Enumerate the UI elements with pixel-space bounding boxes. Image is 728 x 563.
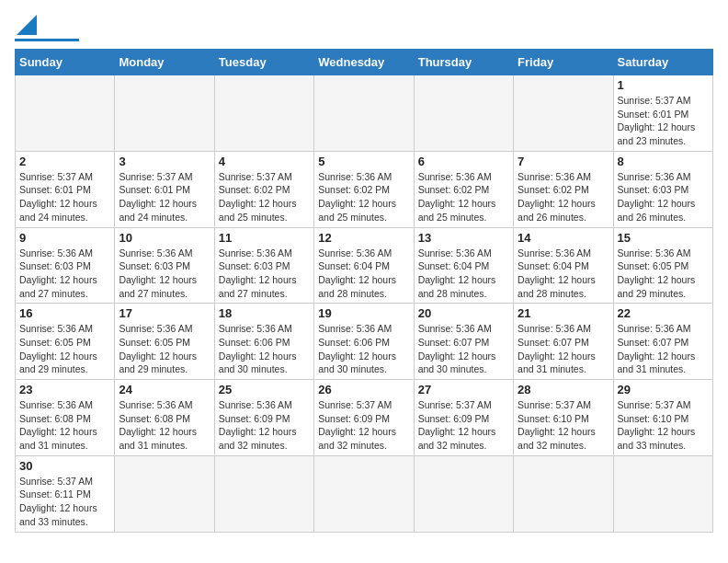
calendar-day-cell: 20Sunrise: 5:36 AM Sunset: 6:07 PM Dayli… xyxy=(414,304,513,380)
calendar-day-cell: 28Sunrise: 5:37 AM Sunset: 6:10 PM Dayli… xyxy=(514,380,613,456)
calendar-day-cell: 21Sunrise: 5:36 AM Sunset: 6:07 PM Dayli… xyxy=(514,304,613,380)
day-number: 25 xyxy=(219,383,310,396)
day-number: 18 xyxy=(219,306,310,320)
day-number: 29 xyxy=(618,383,709,396)
day-info: Sunrise: 5:36 AM Sunset: 6:04 PM Dayligh… xyxy=(418,247,509,301)
calendar-day-cell: 16Sunrise: 5:36 AM Sunset: 6:05 PM Dayli… xyxy=(16,304,115,380)
calendar-day-cell: 12Sunrise: 5:36 AM Sunset: 6:04 PM Dayli… xyxy=(314,227,414,304)
day-info: Sunrise: 5:36 AM Sunset: 6:05 PM Dayligh… xyxy=(618,247,709,301)
calendar-day-cell: 25Sunrise: 5:36 AM Sunset: 6:09 PM Dayli… xyxy=(214,380,313,456)
day-info: Sunrise: 5:37 AM Sunset: 6:11 PM Dayligh… xyxy=(19,475,110,529)
day-info: Sunrise: 5:36 AM Sunset: 6:03 PM Dayligh… xyxy=(119,247,210,301)
day-info: Sunrise: 5:36 AM Sunset: 6:02 PM Dayligh… xyxy=(418,170,509,224)
calendar-day-cell: 1Sunrise: 5:37 AM Sunset: 6:01 PM Daylig… xyxy=(613,75,712,152)
day-of-week-header: Sunday xyxy=(16,50,115,75)
day-number: 21 xyxy=(518,306,609,320)
day-info: Sunrise: 5:37 AM Sunset: 6:01 PM Dayligh… xyxy=(618,94,709,148)
day-number: 3 xyxy=(119,155,210,168)
day-info: Sunrise: 5:36 AM Sunset: 6:02 PM Dayligh… xyxy=(318,170,409,224)
day-number: 19 xyxy=(318,306,409,320)
calendar-day-cell: 8Sunrise: 5:36 AM Sunset: 6:03 PM Daylig… xyxy=(613,151,712,227)
day-info: Sunrise: 5:36 AM Sunset: 6:05 PM Dayligh… xyxy=(19,322,110,376)
calendar-day-cell: 3Sunrise: 5:37 AM Sunset: 6:01 PM Daylig… xyxy=(115,151,214,227)
day-number: 30 xyxy=(19,459,110,473)
calendar-day-cell xyxy=(214,75,313,152)
day-number: 23 xyxy=(19,383,110,396)
day-info: Sunrise: 5:36 AM Sunset: 6:07 PM Dayligh… xyxy=(418,322,509,376)
calendar-day-cell: 5Sunrise: 5:36 AM Sunset: 6:02 PM Daylig… xyxy=(314,151,414,227)
day-number: 5 xyxy=(318,155,409,168)
calendar-day-cell xyxy=(214,455,313,532)
day-info: Sunrise: 5:36 AM Sunset: 6:04 PM Dayligh… xyxy=(318,247,409,301)
day-number: 2 xyxy=(19,155,110,168)
calendar-table: SundayMondayTuesdayWednesdayThursdayFrid… xyxy=(15,49,713,533)
day-number: 28 xyxy=(518,383,609,396)
calendar-header-row: SundayMondayTuesdayWednesdayThursdayFrid… xyxy=(16,50,713,75)
calendar-day-cell xyxy=(514,75,613,152)
day-of-week-header: Friday xyxy=(514,50,613,75)
calendar-day-cell: 9Sunrise: 5:36 AM Sunset: 6:03 PM Daylig… xyxy=(16,227,115,304)
day-info: Sunrise: 5:36 AM Sunset: 6:06 PM Dayligh… xyxy=(318,322,409,376)
day-number: 24 xyxy=(119,383,210,396)
day-info: Sunrise: 5:36 AM Sunset: 6:03 PM Dayligh… xyxy=(19,247,110,301)
day-of-week-header: Monday xyxy=(115,50,214,75)
day-number: 16 xyxy=(19,306,110,320)
calendar-day-cell: 15Sunrise: 5:36 AM Sunset: 6:05 PM Dayli… xyxy=(613,227,712,304)
day-info: Sunrise: 5:37 AM Sunset: 6:02 PM Dayligh… xyxy=(219,170,310,224)
calendar-day-cell: 22Sunrise: 5:36 AM Sunset: 6:07 PM Dayli… xyxy=(613,304,712,380)
calendar-day-cell: 10Sunrise: 5:36 AM Sunset: 6:03 PM Dayli… xyxy=(115,227,214,304)
calendar-day-cell xyxy=(314,455,414,532)
calendar-day-cell: 11Sunrise: 5:36 AM Sunset: 6:03 PM Dayli… xyxy=(214,227,313,304)
day-number: 27 xyxy=(418,383,509,396)
day-number: 8 xyxy=(618,155,709,168)
day-number: 20 xyxy=(418,306,509,320)
day-info: Sunrise: 5:36 AM Sunset: 6:07 PM Dayligh… xyxy=(618,322,709,376)
day-number: 15 xyxy=(618,231,709,245)
calendar-day-cell xyxy=(16,75,115,152)
calendar-day-cell: 6Sunrise: 5:36 AM Sunset: 6:02 PM Daylig… xyxy=(414,151,513,227)
logo-triangle-icon xyxy=(17,15,37,35)
day-number: 7 xyxy=(518,155,609,168)
calendar-day-cell: 4Sunrise: 5:37 AM Sunset: 6:02 PM Daylig… xyxy=(214,151,313,227)
calendar-day-cell: 23Sunrise: 5:36 AM Sunset: 6:08 PM Dayli… xyxy=(16,380,115,456)
day-number: 17 xyxy=(119,306,210,320)
calendar-week-row: 30Sunrise: 5:37 AM Sunset: 6:11 PM Dayli… xyxy=(16,455,713,532)
day-of-week-header: Tuesday xyxy=(214,50,313,75)
day-of-week-header: Thursday xyxy=(414,50,513,75)
calendar-day-cell: 27Sunrise: 5:37 AM Sunset: 6:09 PM Dayli… xyxy=(414,380,513,456)
day-number: 13 xyxy=(418,231,509,245)
calendar-day-cell xyxy=(514,455,613,532)
day-number: 26 xyxy=(318,383,409,396)
day-of-week-header: Wednesday xyxy=(314,50,414,75)
calendar-day-cell: 29Sunrise: 5:37 AM Sunset: 6:10 PM Dayli… xyxy=(613,380,712,456)
day-info: Sunrise: 5:37 AM Sunset: 6:09 PM Dayligh… xyxy=(418,398,509,453)
calendar-day-cell: 18Sunrise: 5:36 AM Sunset: 6:06 PM Dayli… xyxy=(214,304,313,380)
day-info: Sunrise: 5:36 AM Sunset: 6:07 PM Dayligh… xyxy=(518,322,609,376)
day-info: Sunrise: 5:37 AM Sunset: 6:10 PM Dayligh… xyxy=(618,398,709,453)
day-info: Sunrise: 5:36 AM Sunset: 6:06 PM Dayligh… xyxy=(219,322,310,376)
calendar-week-row: 9Sunrise: 5:36 AM Sunset: 6:03 PM Daylig… xyxy=(16,227,713,304)
day-info: Sunrise: 5:36 AM Sunset: 6:02 PM Dayligh… xyxy=(518,170,609,224)
calendar-day-cell xyxy=(414,75,513,152)
logo xyxy=(15,15,79,41)
calendar-day-cell: 2Sunrise: 5:37 AM Sunset: 6:01 PM Daylig… xyxy=(16,151,115,227)
svg-marker-0 xyxy=(17,15,37,35)
day-number: 4 xyxy=(219,155,310,168)
day-number: 12 xyxy=(318,231,409,245)
day-number: 22 xyxy=(618,306,709,320)
page-header xyxy=(15,15,713,41)
day-info: Sunrise: 5:37 AM Sunset: 6:01 PM Dayligh… xyxy=(19,170,110,224)
calendar-day-cell xyxy=(115,455,214,532)
day-info: Sunrise: 5:36 AM Sunset: 6:08 PM Dayligh… xyxy=(19,398,110,453)
day-info: Sunrise: 5:36 AM Sunset: 6:09 PM Dayligh… xyxy=(219,398,310,453)
day-info: Sunrise: 5:37 AM Sunset: 6:09 PM Dayligh… xyxy=(318,398,409,453)
day-of-week-header: Saturday xyxy=(613,50,712,75)
calendar-week-row: 1Sunrise: 5:37 AM Sunset: 6:01 PM Daylig… xyxy=(16,75,713,152)
calendar-day-cell: 14Sunrise: 5:36 AM Sunset: 6:04 PM Dayli… xyxy=(514,227,613,304)
day-info: Sunrise: 5:36 AM Sunset: 6:08 PM Dayligh… xyxy=(119,398,210,453)
day-number: 10 xyxy=(119,231,210,245)
day-number: 6 xyxy=(418,155,509,168)
calendar-week-row: 23Sunrise: 5:36 AM Sunset: 6:08 PM Dayli… xyxy=(16,380,713,456)
calendar-week-row: 16Sunrise: 5:36 AM Sunset: 6:05 PM Dayli… xyxy=(16,304,713,380)
day-info: Sunrise: 5:37 AM Sunset: 6:01 PM Dayligh… xyxy=(119,170,210,224)
